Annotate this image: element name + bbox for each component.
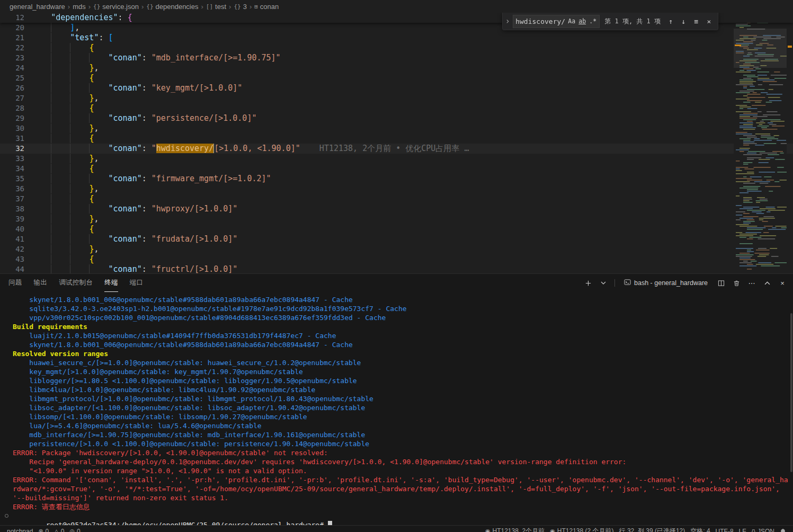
line-number: 40 bbox=[0, 224, 24, 234]
more-actions-icon[interactable]: ⋯ bbox=[746, 278, 757, 288]
find-input[interactable] bbox=[515, 17, 566, 25]
status-item[interactable]: LF bbox=[736, 526, 749, 532]
editor[interactable]: 12 "dependencies": { 20 ],21 "test": [22… bbox=[0, 13, 793, 273]
terminal-list-item[interactable]: bash - general_hardware bbox=[621, 279, 711, 287]
find-in-selection-icon[interactable]: ≡ bbox=[691, 16, 702, 27]
code-line[interactable]: 21 "test": [ bbox=[0, 33, 793, 43]
terminal-line: luajit/2.1.0.b015@openubmc/stable#14094f… bbox=[13, 331, 789, 340]
object-icon: {} bbox=[234, 3, 240, 10]
line-number: 26 bbox=[0, 83, 24, 93]
status-item[interactable]: △0 bbox=[51, 526, 67, 532]
panel-tab-端口[interactable]: 端口 bbox=[130, 274, 144, 292]
line-number: 41 bbox=[0, 234, 24, 244]
code-line[interactable]: 39 }, bbox=[0, 214, 793, 224]
kill-terminal-icon[interactable] bbox=[731, 278, 742, 288]
status-bar: notchpad⊗0△0◎0 ◉HT12138, 2个月前◉HT12138 (2… bbox=[0, 525, 793, 532]
terminal-line: sqlite3/3.42.0-3.oe2403sp1-h2.b001@openu… bbox=[13, 304, 789, 313]
code-area[interactable]: 20 ],21 "test": [22 {23 "conan": "mdb_in… bbox=[0, 23, 793, 273]
code-line[interactable]: 38 "conan": "hwproxy/[>1.0.0]" bbox=[0, 204, 793, 214]
match-case-icon[interactable]: Aa bbox=[566, 16, 577, 26]
status-item[interactable]: 行 32, 列 39 (已选择12) bbox=[617, 526, 688, 532]
toggle-replace-chevron-icon[interactable]: › bbox=[504, 14, 511, 29]
status-item[interactable]: notchpad bbox=[4, 526, 35, 532]
status-item[interactable]: UTF-8 bbox=[713, 526, 736, 532]
status-item[interactable]: ◉HT12138 (2 个月前) bbox=[547, 526, 616, 532]
status-item[interactable] bbox=[777, 526, 789, 532]
minimap[interactable] bbox=[734, 13, 787, 273]
terminal-line: ERROR: 请查看日志信息 bbox=[13, 502, 789, 511]
breadcrumb-separator-icon: › bbox=[88, 3, 91, 11]
panel-tab-输出[interactable]: 输出 bbox=[34, 274, 48, 292]
terminal-line: Resolved version ranges bbox=[13, 349, 789, 358]
status-item[interactable]: ◎0 bbox=[67, 526, 83, 532]
code-line[interactable]: 24 }, bbox=[0, 63, 793, 73]
status-item[interactable]: ⊗0 bbox=[35, 526, 51, 532]
breadcrumb-item[interactable]: ⊞conan bbox=[254, 3, 279, 11]
code-line[interactable]: 25 { bbox=[0, 73, 793, 83]
breadcrumb-item[interactable]: {}dependencies bbox=[146, 3, 198, 11]
code-line[interactable]: 33 }, bbox=[0, 154, 793, 164]
minimap-canvas bbox=[734, 13, 787, 273]
line-number: 44 bbox=[0, 264, 24, 273]
panel-tab-调试控制台[interactable]: 调试控制台 bbox=[59, 274, 93, 292]
breadcrumb-separator-icon: › bbox=[229, 3, 231, 11]
code-line[interactable]: 30 }, bbox=[0, 123, 793, 134]
close-find-icon[interactable]: × bbox=[703, 16, 715, 27]
line-number: 32 bbox=[0, 144, 24, 154]
overview-ruler[interactable] bbox=[787, 13, 793, 273]
terminal-line: libmc4lua/[>1.0.0]@openubmc/stable: libm… bbox=[13, 385, 789, 394]
command-decoration-icon[interactable] bbox=[5, 514, 8, 518]
terminal[interactable]: skynet/1.8.0.b001_006@openubmc/stable#95… bbox=[0, 292, 793, 525]
status-item[interactable]: ◉HT12138, 2个月前 bbox=[483, 526, 547, 532]
new-terminal-icon[interactable] bbox=[583, 278, 593, 288]
whole-word-icon[interactable]: ab bbox=[577, 16, 587, 26]
code-line[interactable]: 34 { bbox=[0, 164, 793, 174]
code-text: { bbox=[32, 224, 793, 234]
terminal-profile-chevron-icon[interactable] bbox=[598, 278, 609, 288]
breadcrumb-item[interactable]: {}service.json bbox=[93, 3, 139, 11]
code-text: { bbox=[32, 194, 793, 204]
panel-tab-终端[interactable]: 终端 bbox=[104, 274, 118, 292]
terminal-scrollbar[interactable] bbox=[790, 313, 792, 472]
line-number: 43 bbox=[0, 254, 24, 264]
breadcrumb-item[interactable]: mds bbox=[73, 3, 86, 11]
code-line[interactable]: 22 { bbox=[0, 43, 793, 53]
line-number: 42 bbox=[0, 244, 24, 254]
previous-match-icon[interactable]: ↑ bbox=[665, 16, 676, 27]
code-line[interactable]: 37 { bbox=[0, 194, 793, 204]
status-item[interactable]: {}JSON bbox=[749, 526, 777, 532]
status-item[interactable]: 空格: 4 bbox=[688, 526, 712, 532]
code-line[interactable]: 36 }, bbox=[0, 184, 793, 194]
line-number: 39 bbox=[0, 214, 24, 224]
breadcrumb-item[interactable]: general_hardware bbox=[10, 3, 65, 11]
code-text: { bbox=[32, 254, 793, 264]
breadcrumb-item[interactable]: {}3 bbox=[234, 3, 246, 11]
line-number: 31 bbox=[0, 134, 24, 144]
maximize-panel-icon[interactable] bbox=[762, 278, 772, 288]
code-line[interactable]: 35 "conan": "firmware_mgmt/[>=1.0.2]" bbox=[0, 174, 793, 184]
code-line[interactable]: 29 "conan": "persistence/[>1.0.0]" bbox=[0, 113, 793, 123]
code-line[interactable]: 40 { bbox=[0, 224, 793, 234]
close-panel-icon[interactable]: × bbox=[777, 278, 788, 288]
panel-tab-问题[interactable]: 问题 bbox=[8, 274, 22, 292]
code-line[interactable]: 28 { bbox=[0, 103, 793, 113]
code-line[interactable]: 23 "conan": "mdb_interface/[>=1.90.75]" bbox=[0, 53, 793, 63]
regex-icon[interactable]: .* bbox=[587, 16, 598, 26]
code-line[interactable]: 44 "conan": "fructrl/[>1.0.0]" bbox=[0, 264, 793, 273]
code-line[interactable]: 32 "conan": "hwdiscovery/[>1.0.0, <1.90.… bbox=[0, 144, 793, 154]
code-line[interactable]: 42 }, bbox=[0, 244, 793, 254]
terminal-prompt-row[interactable]: root@e952de7ac534:/home/ocy/openUBMC/25-… bbox=[13, 511, 789, 525]
split-terminal-icon[interactable] bbox=[716, 278, 726, 288]
breadcrumb-item[interactable]: []test bbox=[206, 3, 226, 11]
code-line[interactable]: 31 { bbox=[0, 134, 793, 144]
terminal-line: liblogger/[>=1.80.5 <1.100.0]@openubmc/s… bbox=[13, 376, 789, 385]
error-icon: ⊗ bbox=[38, 528, 43, 532]
code-line[interactable]: 26 "conan": "key_mgmt/[>1.0.0]" bbox=[0, 83, 793, 93]
terminal-line: ERROR: Package 'hwdiscovery/[>1.0.0, <1.… bbox=[13, 448, 789, 457]
code-line[interactable]: 27 }, bbox=[0, 93, 793, 103]
next-match-icon[interactable]: ↓ bbox=[678, 16, 689, 27]
code-line[interactable]: 43 { bbox=[0, 254, 793, 264]
find-input-box: Aa ab .* bbox=[513, 15, 600, 28]
code-line[interactable]: 41 "conan": "frudata/[>1.0.0]" bbox=[0, 234, 793, 244]
code-text: "conan": "key_mgmt/[>1.0.0]" bbox=[32, 83, 793, 93]
